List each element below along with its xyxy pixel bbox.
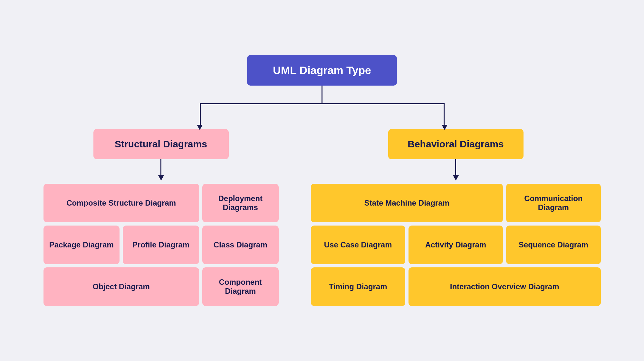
- two-columns: Structural Diagrams Composite Structure …: [43, 129, 601, 306]
- timing-diagram-box: Timing Diagram: [311, 267, 405, 306]
- behavioral-column: Behavioral Diagrams State Machine Diagra…: [311, 129, 601, 306]
- deployment-diagrams-box: Deployment Diagrams: [202, 184, 279, 222]
- behavioral-grid: State Machine Diagram Communication Diag…: [311, 184, 601, 306]
- structural-column: Structural Diagrams Composite Structure …: [43, 129, 279, 306]
- state-machine-diagram-box: State Machine Diagram: [311, 184, 503, 222]
- h-line: [200, 103, 445, 104]
- class-diagram-box: Class Diagram: [202, 226, 279, 264]
- structural-diagrams-box: Structural Diagrams: [93, 129, 229, 159]
- component-diagram-box: Component Diagram: [202, 267, 279, 306]
- structural-arrow-tip: [158, 175, 164, 181]
- profile-diagram-box: Profile Diagram: [123, 226, 199, 264]
- behavioral-diagrams-box: Behavioral Diagrams: [388, 129, 524, 159]
- v-line-left: [200, 103, 201, 127]
- v-line-right: [444, 103, 445, 127]
- composite-structure-diagram-box: Composite Structure Diagram: [43, 184, 199, 222]
- package-diagram-box: Package Diagram: [43, 226, 120, 264]
- structural-v-line: [160, 159, 161, 175]
- object-diagram-box: Object Diagram: [43, 267, 199, 306]
- root-v-connector: [322, 86, 322, 103]
- h-branch-connector: [145, 103, 499, 129]
- activity-diagram-box: Activity Diagram: [409, 226, 503, 264]
- arrow-left: [197, 125, 203, 130]
- communication-diagram-box: Communication Diagram: [506, 184, 601, 222]
- arrow-right: [442, 125, 447, 130]
- behavioral-arrow-tip: [453, 175, 459, 181]
- behavioral-arrow-down: [453, 159, 459, 181]
- use-case-diagram-box: Use Case Diagram: [311, 226, 405, 264]
- root-node: UML Diagram Type: [247, 55, 397, 86]
- structural-arrow-down: [158, 159, 164, 181]
- diagram-container: UML Diagram Type Structural Diagrams Com…: [32, 55, 612, 306]
- interaction-overview-diagram-box: Interaction Overview Diagram: [409, 267, 601, 306]
- sequence-diagram-box: Sequence Diagram: [506, 226, 601, 264]
- behavioral-v-line: [455, 159, 456, 175]
- structural-grid: Composite Structure Diagram Deployment D…: [43, 184, 279, 306]
